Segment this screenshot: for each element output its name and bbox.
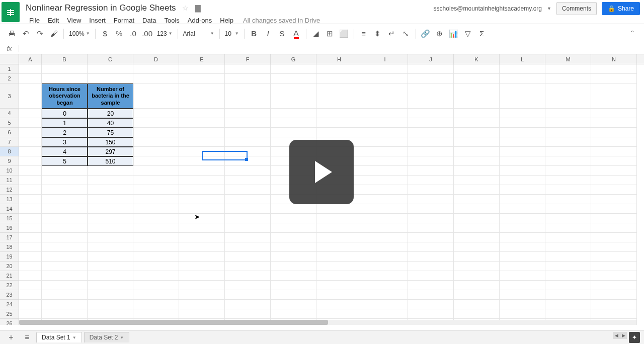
cell[interactable]	[179, 64, 225, 74]
cell[interactable]	[545, 281, 591, 290]
cell[interactable]	[454, 281, 500, 290]
currency-icon[interactable]: $	[99, 27, 112, 40]
cell[interactable]	[545, 128, 591, 137]
cell[interactable]	[133, 214, 179, 223]
select-all-corner[interactable]	[0, 54, 19, 64]
cell[interactable]	[545, 252, 591, 262]
add-sheet-button[interactable]: +	[4, 332, 18, 343]
cell[interactable]	[454, 128, 500, 137]
cell[interactable]	[133, 262, 179, 271]
collapse-toolbar-icon[interactable]: ˆ	[626, 27, 639, 40]
cell[interactable]	[591, 252, 637, 262]
strikethrough-icon[interactable]: S	[276, 27, 289, 40]
cell[interactable]	[545, 233, 591, 242]
decrease-decimal-icon[interactable]: .0	[127, 27, 140, 40]
cell[interactable]	[545, 166, 591, 176]
document-title[interactable]: Nonlinear Regression in Google Sheets	[26, 2, 176, 14]
cell[interactable]	[42, 195, 88, 204]
chart-icon[interactable]: 📊	[447, 27, 460, 40]
cell[interactable]	[316, 204, 362, 214]
cell[interactable]	[133, 118, 179, 128]
cell[interactable]	[545, 74, 591, 83]
cell[interactable]	[316, 223, 362, 233]
cell[interactable]	[362, 83, 408, 109]
cell[interactable]	[408, 242, 454, 252]
cell[interactable]	[545, 109, 591, 118]
font-select[interactable]: Arial▼	[181, 29, 216, 39]
cell[interactable]	[591, 118, 637, 128]
account-dropdown-icon[interactable]: ▼	[547, 6, 551, 11]
cell[interactable]	[454, 214, 500, 223]
cell[interactable]	[19, 214, 42, 223]
cell[interactable]	[591, 300, 637, 309]
cell[interactable]	[19, 252, 42, 262]
cell[interactable]: 40	[88, 118, 133, 128]
cell[interactable]	[408, 271, 454, 281]
cell[interactable]	[271, 290, 316, 300]
cell[interactable]	[591, 156, 637, 166]
cell[interactable]	[19, 300, 42, 309]
cell[interactable]	[225, 147, 271, 156]
cell[interactable]	[545, 147, 591, 156]
cell[interactable]	[408, 176, 454, 185]
col-header[interactable]: G	[271, 54, 316, 64]
cell[interactable]	[179, 128, 225, 137]
cell[interactable]	[133, 204, 179, 214]
cell[interactable]	[179, 242, 225, 252]
cell[interactable]	[225, 83, 271, 109]
cell[interactable]	[408, 290, 454, 300]
cell[interactable]	[545, 262, 591, 271]
cell[interactable]	[225, 233, 271, 242]
cell[interactable]	[133, 195, 179, 204]
cell[interactable]	[225, 195, 271, 204]
cell[interactable]	[271, 223, 316, 233]
cell[interactable]	[545, 156, 591, 166]
text-rotation-icon[interactable]: ⤡	[399, 27, 413, 40]
cell[interactable]: 75	[88, 128, 133, 137]
cell[interactable]	[88, 300, 133, 309]
cell[interactable]	[500, 309, 545, 319]
cell[interactable]	[42, 281, 88, 290]
cell[interactable]	[179, 109, 225, 118]
increase-decimal-icon[interactable]: .00	[141, 27, 154, 40]
cell[interactable]	[362, 137, 408, 147]
cell[interactable]	[454, 166, 500, 176]
text-color-icon[interactable]: A	[290, 27, 303, 40]
sheets-logo[interactable]	[2, 2, 20, 22]
cell[interactable]	[591, 233, 637, 242]
cell[interactable]	[19, 223, 42, 233]
cell[interactable]	[408, 109, 454, 118]
cell[interactable]	[454, 309, 500, 319]
row-header[interactable]: 12	[0, 185, 19, 195]
cell[interactable]	[454, 156, 500, 166]
sheet-tab-active[interactable]: Data Set 1 ▼	[36, 332, 82, 342]
cell[interactable]	[19, 309, 42, 319]
comment-icon[interactable]: ⊕	[433, 27, 446, 40]
cell[interactable]	[19, 83, 42, 109]
cell[interactable]: 5	[42, 156, 88, 166]
cell[interactable]	[454, 271, 500, 281]
cell[interactable]	[408, 309, 454, 319]
cell[interactable]	[591, 176, 637, 185]
cell[interactable]	[362, 166, 408, 176]
cell[interactable]	[179, 176, 225, 185]
cell[interactable]	[179, 166, 225, 176]
cell[interactable]	[179, 147, 225, 156]
cell[interactable]	[42, 214, 88, 223]
paint-format-icon[interactable]: 🖌	[47, 27, 60, 40]
menu-edit[interactable]: Edit	[44, 15, 62, 26]
cell[interactable]	[225, 185, 271, 195]
cell[interactable]	[454, 262, 500, 271]
cell[interactable]	[88, 166, 133, 176]
fill-color-icon[interactable]: ◢	[309, 27, 323, 40]
cell[interactable]	[179, 156, 225, 166]
cell[interactable]	[133, 185, 179, 195]
cell[interactable]	[591, 74, 637, 83]
col-header[interactable]: B	[42, 54, 88, 64]
cell[interactable]	[88, 74, 133, 83]
cell[interactable]	[362, 242, 408, 252]
cell[interactable]	[88, 223, 133, 233]
cell[interactable]	[316, 83, 362, 109]
cell[interactable]	[500, 64, 545, 74]
formula-input[interactable]	[19, 43, 644, 54]
